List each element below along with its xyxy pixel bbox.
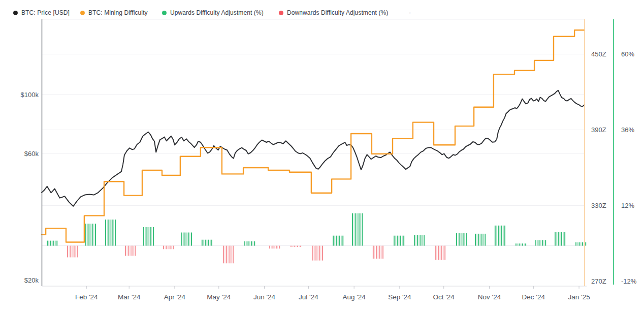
- legend-item-difficulty[interactable]: BTC: Mining Difficulty: [80, 9, 148, 16]
- upward-adjustment-bar: [336, 236, 337, 246]
- upward-adjustment-bar: [581, 242, 582, 246]
- downward-adjustment-bar: [77, 246, 78, 258]
- downward-adjustment-bar: [374, 246, 375, 259]
- x-tick-label: Jul '24: [299, 293, 318, 301]
- downward-adjustment-bar: [163, 246, 164, 250]
- upward-adjustment-bar: [464, 233, 465, 246]
- x-tick-label: Dec '24: [522, 293, 545, 301]
- upward-adjustment-bar: [394, 236, 395, 246]
- upward-adjustment-bar: [397, 236, 398, 246]
- upward-adjustment-bar: [555, 232, 556, 246]
- upward-adjustment-bar: [208, 240, 209, 246]
- downward-adjustment-bar: [135, 246, 136, 256]
- upward-adjustment-bar: [183, 233, 184, 246]
- upward-adjustment-bar: [87, 224, 88, 245]
- upward-adjustment-bar: [341, 236, 342, 246]
- downward-adjustment-bar: [441, 246, 442, 260]
- downward-adjustment-bar: [166, 246, 167, 250]
- downward-adjustment-bar: [224, 246, 226, 264]
- downward-adjustment-bar: [271, 246, 272, 249]
- upward-adjustment-bar: [500, 226, 501, 246]
- upward-adjustment-bar: [48, 241, 49, 246]
- x-tick-label: Nov '24: [478, 293, 501, 301]
- upward-adjustment-bar: [582, 242, 583, 246]
- upward-adjustment-bar: [495, 226, 496, 246]
- upward-adjustment-bar: [558, 232, 559, 246]
- downward-adjustment-bar: [168, 246, 169, 250]
- upward-adjustment-bar: [417, 235, 418, 245]
- downward-adjustment-bar: [300, 246, 301, 247]
- legend-item-downward-adjustment[interactable]: Downwards Difficulty Adjustment (%): [279, 9, 388, 16]
- downward-adjustment-bar: [170, 246, 171, 250]
- upward-adjustment-bar: [244, 241, 245, 246]
- upward-adjustment-bar: [112, 220, 113, 246]
- upward-adjustment-bar: [516, 243, 517, 245]
- downward-adjustment-bar: [294, 246, 295, 247]
- upward-adjustment-bar: [540, 240, 541, 245]
- upward-adjustment-bar: [55, 241, 56, 246]
- upward-adjustment-bar: [424, 235, 425, 245]
- upward-adjustment-bar: [475, 234, 476, 246]
- upward-adjustment-bar: [399, 236, 400, 246]
- downward-adjustment-bar: [299, 246, 300, 247]
- upward-adjustment-bar: [403, 236, 404, 246]
- upward-adjustment-bar: [359, 213, 360, 246]
- plot-area[interactable]: Feb '24Mar '24Apr '24May '24Jun '24Jul '…: [0, 0, 644, 310]
- upward-adjustment-bar: [357, 213, 358, 246]
- upward-adjustment-bar: [461, 233, 462, 246]
- upward-adjustment-bar: [52, 241, 53, 246]
- downward-adjustment-bar: [312, 246, 313, 261]
- upward-adjustment-bar: [352, 213, 353, 246]
- downward-adjustment-bar: [277, 246, 278, 249]
- downward-adjustment-bar: [126, 246, 127, 256]
- downward-adjustment-bar: [291, 246, 292, 247]
- upward-adjustment-bar: [421, 235, 422, 245]
- upward-adjustment-bar: [480, 234, 481, 246]
- price-tick-label: $20k: [24, 276, 39, 284]
- upward-adjustment-bar: [478, 234, 479, 246]
- downward-adjustment-bar: [319, 246, 320, 261]
- downward-adjustment-bar: [438, 246, 439, 260]
- downward-adjustment-bar: [378, 246, 379, 259]
- upward-adjustment-bar: [202, 240, 203, 246]
- upward-adjustment-bar: [205, 240, 206, 246]
- downward-adjustment-bar: [133, 246, 134, 256]
- upward-adjustment-bar: [53, 241, 54, 246]
- downward-adjustment-bar: [165, 246, 166, 250]
- upward-adjustment-bar: [113, 220, 114, 246]
- upward-adjustment-bar: [402, 236, 403, 246]
- downward-adjustment-bar: [436, 246, 437, 260]
- difficulty-legend-dot-icon: [80, 11, 85, 15]
- downward-adjustment-bar: [279, 246, 280, 249]
- upward-adjustment-bar: [519, 243, 520, 245]
- btc-mining-difficulty-chart: BTC: Price [USD] BTC: Mining Difficulty …: [0, 0, 644, 310]
- upward-adjustment-bar: [564, 232, 565, 246]
- downward-adjustment-bar: [132, 246, 133, 256]
- upward-adjustment-bar: [203, 240, 204, 246]
- downward-adjustment-bar: [69, 246, 70, 258]
- upward-adjustment-bar: [191, 233, 192, 246]
- legend-item-price[interactable]: BTC: Price [USD]: [13, 9, 70, 16]
- upward-adjustment-bar: [537, 240, 538, 245]
- upward-adjustment-bar: [92, 224, 93, 245]
- upward-adjustment-bar: [249, 241, 250, 246]
- upward-adjustment-bar: [556, 232, 557, 246]
- upward-adjustment-bar: [466, 233, 467, 246]
- downward-adjustment-bar: [317, 246, 318, 261]
- percent-tick-label: -12%: [621, 277, 637, 285]
- upward-adjustment-bar: [143, 227, 144, 246]
- legend-extra-dash: -: [409, 9, 411, 16]
- upward-adjustment-legend-dot-icon: [162, 11, 167, 15]
- downward-adjustment-bar: [223, 246, 224, 264]
- legend-item-upward-adjustment[interactable]: Upwards Difficulty Adjustment (%): [162, 9, 264, 16]
- upward-adjustment-bar: [517, 243, 518, 245]
- downward-adjustment-bar: [443, 246, 444, 260]
- downward-adjustment-bar: [74, 246, 75, 258]
- upward-adjustment-bar: [563, 232, 564, 246]
- upward-adjustment-bar: [579, 242, 580, 246]
- upward-adjustment-bar: [93, 224, 94, 245]
- downward-adjustment-bar: [440, 246, 441, 260]
- downward-adjustment-bar: [379, 246, 380, 259]
- downward-adjustment-bar: [315, 246, 316, 261]
- downward-adjustment-bar: [373, 246, 374, 259]
